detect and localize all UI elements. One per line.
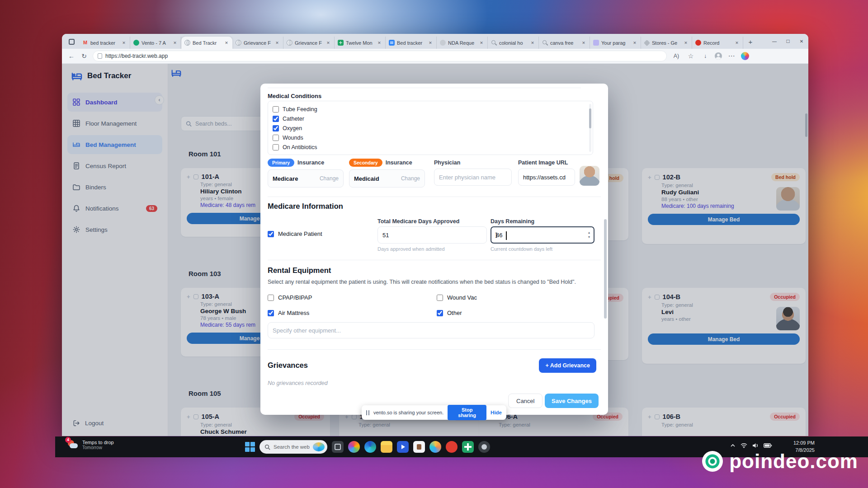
poindeo-logo-icon	[702, 451, 723, 472]
close-tab-icon[interactable]	[632, 41, 637, 45]
condition-checkbox[interactable]	[273, 125, 279, 131]
store-app-icon[interactable]	[413, 441, 425, 453]
condition-row: Catheter	[273, 114, 588, 123]
total-days-input[interactable]	[377, 226, 487, 244]
close-tab-icon[interactable]	[530, 41, 535, 45]
close-tab-icon[interactable]	[274, 41, 280, 45]
close-tab-icon[interactable]	[224, 41, 229, 45]
conditions-scrollbar[interactable]	[589, 104, 591, 152]
equipment-row: Other	[437, 310, 462, 316]
minimize-button[interactable]	[768, 34, 781, 49]
condition-checkbox[interactable]	[273, 116, 279, 122]
close-tab-icon[interactable]	[428, 41, 433, 45]
copilot-app-icon[interactable]	[429, 441, 441, 453]
browser-tab-active[interactable]: Bed Trackr	[181, 37, 232, 49]
refresh-icon[interactable]	[80, 52, 88, 60]
battery-icon[interactable]	[764, 443, 772, 448]
screen: bed tracker Vento - 7 A Bed Trackr Griev…	[0, 0, 868, 488]
browser-window: bed tracker Vento - 7 A Bed Trackr Griev…	[62, 34, 808, 436]
clipchamp-icon[interactable]	[397, 441, 409, 453]
close-tab-icon[interactable]	[172, 41, 178, 45]
browser-tab[interactable]: Grievance F	[283, 37, 335, 49]
close-tab-icon[interactable]	[683, 41, 689, 45]
close-tab-icon[interactable]	[479, 41, 484, 45]
browser-tab[interactable]: Grievance F	[232, 37, 283, 49]
green-health-app-icon[interactable]	[462, 441, 474, 453]
cancel-button[interactable]: Cancel	[508, 394, 542, 408]
system-tray[interactable]	[730, 443, 772, 448]
condition-checkbox[interactable]	[273, 106, 279, 113]
file-explorer-icon[interactable]	[381, 441, 392, 453]
stop-sharing-button[interactable]: Stop sharing	[448, 405, 486, 420]
menu-icon[interactable]	[726, 52, 736, 60]
browser-tab[interactable]: Bed tracker	[386, 37, 437, 49]
browser-tab[interactable]: NDA Reque	[437, 37, 488, 49]
tab-search-button[interactable]	[66, 36, 77, 47]
equipment-checkbox[interactable]	[268, 310, 274, 316]
bing-icon	[313, 442, 325, 451]
close-tab-icon[interactable]	[377, 41, 382, 45]
taskbar-search[interactable]: Search the web	[259, 440, 327, 454]
other-equipment-input[interactable]	[268, 322, 594, 338]
browser-tab[interactable]: Your parag	[590, 37, 641, 49]
read-aloud-icon[interactable]	[671, 53, 681, 59]
add-grievance-button[interactable]: + Add Grievance	[539, 358, 596, 373]
rental-description: Select any rental equipment the patient …	[268, 279, 601, 285]
volume-icon[interactable]	[752, 443, 759, 448]
browser-tab[interactable]: Twelve Mon	[335, 37, 386, 49]
wifi-icon[interactable]	[741, 443, 747, 448]
change-link[interactable]: Change	[320, 175, 339, 182]
modal-scrollbar-thumb[interactable]	[604, 219, 607, 319]
medicare-patient-checkbox[interactable]	[268, 231, 274, 237]
scrollbar-thumb[interactable]	[589, 108, 591, 128]
start-button[interactable]	[245, 442, 255, 452]
condition-checkbox[interactable]	[273, 135, 279, 141]
red-app-icon[interactable]	[446, 441, 458, 453]
tab-title: Bed Trackr	[193, 40, 222, 46]
primary-badge: Primary	[268, 159, 294, 167]
divider	[268, 260, 601, 260]
close-tab-icon[interactable]	[326, 41, 331, 45]
downloads-icon[interactable]	[700, 53, 710, 59]
site-info-icon[interactable]	[98, 53, 102, 59]
browser-tab[interactable]: Vento - 7 A	[130, 37, 181, 49]
photos-app-icon[interactable]	[348, 441, 360, 453]
change-link[interactable]: Change	[401, 175, 420, 182]
close-tab-icon[interactable]	[734, 41, 740, 45]
tab-title: Twelve Mon	[346, 40, 374, 46]
total-days-label: Total Medicare Days Approved	[377, 218, 459, 225]
close-tab-icon[interactable]	[121, 41, 127, 45]
new-tab-button[interactable]	[745, 36, 756, 47]
equipment-checkbox[interactable]	[268, 295, 274, 301]
back-icon[interactable]	[67, 52, 75, 60]
browser-tab[interactable]: Stores - Ge	[641, 37, 692, 49]
condition-label: Wounds	[283, 135, 303, 141]
secondary-insurance-header: Secondary Insurance	[349, 159, 412, 167]
number-spinner[interactable]: ▴▾	[588, 230, 590, 239]
weather-widget[interactable]: 4 Temps to drop Tomorrow	[67, 439, 114, 450]
patient-image-url-input[interactable]	[518, 169, 575, 186]
browser-tab[interactable]: colonial ho	[488, 37, 539, 49]
equipment-checkbox[interactable]	[437, 295, 443, 301]
favorites-icon[interactable]	[686, 52, 696, 60]
days-remaining-input[interactable]: I 46 ▴▾	[491, 226, 594, 244]
hide-share-bar-link[interactable]: Hide	[491, 410, 502, 415]
browser-tab[interactable]: canva free	[539, 37, 590, 49]
physician-input[interactable]	[434, 169, 512, 186]
profile-icon[interactable]	[715, 52, 722, 60]
camera-app-icon[interactable]	[478, 441, 490, 453]
close-tab-icon[interactable]	[581, 41, 586, 45]
task-view-icon[interactable]	[332, 441, 344, 453]
browser-tab[interactable]: Record	[692, 37, 743, 49]
edge-browser-icon[interactable]	[364, 441, 376, 453]
equipment-checkbox[interactable]	[437, 310, 443, 316]
close-button[interactable]	[795, 34, 808, 49]
save-changes-button[interactable]: Save Changes	[545, 394, 599, 408]
address-bar[interactable]: https://bed-trackr.web.app	[93, 51, 667, 61]
copilot-icon[interactable]	[741, 52, 749, 60]
maximize-button[interactable]	[781, 34, 795, 49]
browser-tab[interactable]: bed tracker	[79, 37, 130, 49]
condition-checkbox[interactable]	[273, 144, 279, 150]
watermark-text: poindeo.com	[729, 450, 858, 473]
tray-chevron-icon[interactable]	[730, 444, 736, 447]
